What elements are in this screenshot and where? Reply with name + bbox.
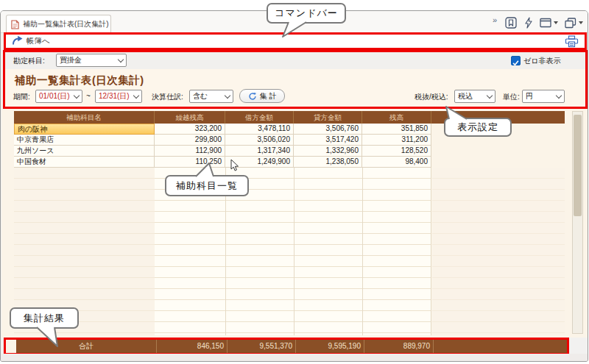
status-strip bbox=[1, 354, 588, 361]
credit-cell[interactable]: 1,332,960 bbox=[294, 146, 362, 157]
opening-cell[interactable]: 299,800 bbox=[155, 135, 225, 146]
account-label: 勘定科目: bbox=[13, 56, 45, 66]
grid-empty-right bbox=[432, 168, 565, 335]
bookmark-icon[interactable] bbox=[505, 17, 517, 29]
total-credit-cell: 9,595,190 bbox=[296, 340, 364, 353]
tab-subaccount-summary[interactable]: 補助一覧集計表(日次集計) bbox=[6, 15, 111, 33]
report-title: 補助一覧集計表(日次集計) bbox=[15, 74, 144, 88]
opening-cell[interactable]: 323,200 bbox=[155, 124, 225, 135]
debit-cell[interactable]: 3,506,020 bbox=[225, 135, 294, 146]
total-result-frame: 合計 846,150 9,551,370 9,595,190 889,970 bbox=[4, 338, 569, 355]
debit-cell[interactable]: 3,478,110 bbox=[225, 124, 294, 135]
to-ledger-button[interactable]: 帳簿へ bbox=[12, 35, 50, 47]
column-header-debit: 借方金額 bbox=[225, 111, 294, 124]
column-header-opening: 繰越残高 bbox=[155, 111, 225, 124]
callout-tail bbox=[442, 105, 471, 121]
total-debit-cell: 9,551,370 bbox=[228, 340, 296, 353]
total-opening-cell: 846,150 bbox=[157, 340, 228, 353]
opening-cell[interactable]: 112,900 bbox=[155, 146, 225, 157]
app-window: 補助一覧集計表(日次集計) » bbox=[0, 10, 588, 362]
column-header-balance: 残高 bbox=[362, 111, 431, 124]
balance-cell[interactable]: 128,520 bbox=[362, 146, 431, 157]
unit-label: 単位: bbox=[503, 92, 520, 102]
total-empty-cell bbox=[434, 340, 567, 353]
period-to-select[interactable]: 12/31(日) bbox=[95, 90, 142, 103]
jump-arrow-icon bbox=[12, 35, 24, 47]
aggregate-button[interactable]: 集 計 bbox=[239, 89, 285, 103]
balance-cell[interactable]: 351,850 bbox=[362, 124, 431, 135]
account-select[interactable]: 買掛金 bbox=[56, 54, 127, 67]
chevron-down-icon bbox=[133, 92, 139, 98]
period-label: 期間: bbox=[13, 92, 30, 102]
tax-mode-select[interactable]: 税込 bbox=[454, 90, 495, 103]
zero-hide-label: ゼロ非表示 bbox=[523, 56, 560, 66]
total-row: 合計 846,150 9,551,370 9,595,190 889,970 bbox=[16, 340, 567, 353]
display-settings-frame: 勘定科目: 買掛金 ゼロ非表示 補助一覧集計表(日次集計) 期間: 01/01(… bbox=[3, 50, 588, 109]
tax-mode-label: 税抜/税込: bbox=[415, 92, 448, 102]
credit-cell[interactable]: 3,517,420 bbox=[294, 135, 362, 146]
chevron-down-icon bbox=[118, 56, 124, 62]
scrollbar-thumb[interactable] bbox=[574, 115, 582, 216]
stacked-windows-icon[interactable] bbox=[565, 18, 583, 29]
subaccount-name-cell[interactable]: 肉の阪神 bbox=[14, 124, 155, 135]
credit-cell[interactable]: 3,506,760 bbox=[294, 124, 362, 135]
period-separator: ~ bbox=[86, 92, 91, 100]
chevron-down-icon bbox=[554, 21, 558, 24]
subaccount-name-cell[interactable]: 中国食材 bbox=[14, 157, 155, 168]
chevron-down-icon bbox=[225, 92, 230, 98]
period-from-select[interactable]: 01/01(日) bbox=[35, 90, 82, 103]
balance-cell[interactable]: 98,400 bbox=[362, 157, 431, 168]
column-header-name: 補助科目名 bbox=[14, 111, 155, 124]
window-toolbar: » bbox=[493, 14, 583, 32]
total-balance-cell: 889,970 bbox=[364, 340, 434, 353]
balance-cell[interactable]: 311,200 bbox=[362, 135, 431, 146]
lightning-icon[interactable] bbox=[523, 17, 533, 29]
to-ledger-label: 帳簿へ bbox=[27, 36, 50, 46]
closing-entries-select[interactable]: 含む bbox=[189, 90, 233, 103]
subaccount-name-cell[interactable]: 九州ソース bbox=[14, 146, 155, 157]
vertical-scrollbar[interactable] bbox=[572, 111, 583, 334]
chevron-down-icon bbox=[74, 92, 80, 98]
subaccount-name-cell[interactable]: 中京青果店 bbox=[14, 135, 155, 146]
unit-select[interactable]: 円 bbox=[522, 90, 565, 103]
debit-cell[interactable]: 1,317,340 bbox=[225, 146, 294, 157]
screenshot-stage: 補助一覧集計表(日次集計) » bbox=[0, 0, 589, 364]
window-icon[interactable] bbox=[540, 18, 558, 28]
mouse-cursor bbox=[230, 159, 239, 172]
callout-tail bbox=[272, 21, 309, 40]
callout-tail bbox=[29, 326, 63, 349]
report-table-area: 補助科目名 繰越残高 借方金額 貸方金額 残高 肉の阪神 323,200 3,4… bbox=[1, 109, 588, 338]
chevron-down-icon bbox=[556, 92, 562, 98]
credit-cell[interactable]: 1,238,050 bbox=[294, 157, 362, 168]
document-icon bbox=[11, 20, 19, 29]
refresh-icon bbox=[248, 92, 257, 101]
overflow-chevron-icon[interactable]: » bbox=[493, 15, 497, 24]
print-icon[interactable] bbox=[565, 35, 579, 51]
callout-tail bbox=[188, 162, 219, 178]
chevron-down-icon bbox=[487, 92, 493, 98]
zero-hide-checkbox[interactable] bbox=[511, 56, 521, 65]
account-filter-row: 勘定科目: 買掛金 ゼロ非表示 bbox=[5, 52, 585, 69]
report-controls: 期間: 01/01(日) ~ 12/31(日) 決算仕訳: 含む 集 計 税抜/… bbox=[5, 89, 585, 104]
callout-subaccount-list: 補助科目一覧 bbox=[165, 175, 249, 196]
column-header-credit: 貸方金額 bbox=[294, 111, 362, 124]
chevron-down-icon bbox=[579, 21, 583, 24]
closing-entries-label: 決算仕訳: bbox=[152, 92, 183, 102]
tab-label: 補助一覧集計表(日次集計) bbox=[23, 19, 109, 29]
